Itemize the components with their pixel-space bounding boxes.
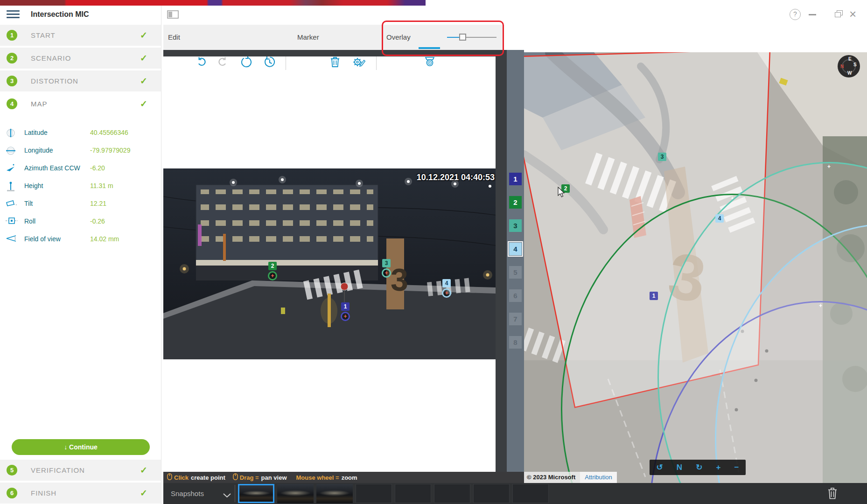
compass-rose[interactable]: E S W N [838,55,860,77]
map-marker-3[interactable]: 3 + [658,153,668,483]
parameter-value: -6.20 [90,161,105,175]
compass-south: S [853,62,857,67]
step-label: FINISH [31,483,56,504]
overlay-opacity-slider-handle[interactable] [459,34,466,41]
chevron-down-icon[interactable] [223,491,231,500]
sidebar-item-verification[interactable]: 5 VERIFICATION ✓ [0,460,161,481]
map-controls-bar: ↺ N ↻ + − [650,460,746,475]
snapshot-empty-slot [395,484,431,503]
height-icon [6,181,20,190]
parameter-row-height: Height 11.31 m [0,178,161,193]
edit-section-label: Edit [168,25,180,50]
close-button[interactable]: × [849,8,856,20]
roll-icon [6,217,20,226]
sidebar-item-map[interactable]: 4 MAP ✓ [0,93,161,114]
parameter-label: Latitude [24,125,48,140]
zoom-out-button[interactable]: − [734,460,739,475]
zoom-in-button[interactable]: + [716,460,721,475]
compass-north: N [840,64,844,69]
marker-label: 4 [442,279,451,287]
snapshot-thumbnail[interactable] [316,484,353,503]
check-icon: ✓ [140,48,147,69]
parameter-label: Field of view [24,231,61,246]
toolbar-divider [286,54,286,70]
reset-rotate-icon[interactable] [240,56,252,68]
restore-button[interactable] [835,10,844,19]
delete-marker-icon[interactable] [329,56,342,68]
sidebar-item-finish[interactable]: 6 FINISH ✓ [0,483,161,504]
sidebar-item-scenario[interactable]: 2 SCENARIO ✓ [0,48,161,69]
latitude-icon [6,128,20,137]
hint-key: Mouse wheel = [296,474,339,481]
step-number-badge: 2 [7,53,17,63]
marker-point-icon: + [268,271,277,280]
compass-east: E [848,56,852,62]
mouse-icon [233,473,238,482]
toolbar-divider [376,54,377,70]
continue-button[interactable]: ↓ Continue [12,439,150,455]
snapshot-thumbnail-selected[interactable] [238,484,274,503]
marker-point-icon: + [442,288,451,298]
sidebar-divider [161,6,161,504]
step-number-badge: 4 [7,98,17,109]
marker-settings-icon[interactable] [352,56,364,68]
strip-marker-1[interactable]: 1 [509,173,522,185]
hint-action: create point [191,474,225,481]
undo-icon[interactable] [196,56,208,68]
marker-label: 4 [715,214,724,223]
strip-marker-7[interactable]: 7 [509,313,522,325]
aerial-map-view[interactable]: 3 1 + 2 + 3 + 4 + [524,52,867,483]
snapshots-divider [235,485,235,502]
map-marker-4[interactable]: 4 + [715,214,726,483]
parameter-value: 11.31 m [90,178,113,193]
north-button[interactable]: N [677,460,682,475]
strip-marker-3[interactable]: 3 [509,219,522,232]
longitude-icon [6,146,20,155]
rotate-ccw-button[interactable]: ↺ [657,460,663,475]
mouse-cursor [558,187,566,200]
strip-marker-6[interactable]: 6 [509,289,522,302]
brand-stripe [0,0,426,6]
attribution-link[interactable]: Attribution [580,472,617,483]
step-number-badge: 1 [7,30,17,41]
camera-marker-3[interactable]: 3 + [382,259,392,278]
parameter-value: -0.26 [90,214,105,229]
hint-action: pan view [261,474,287,481]
menu-icon[interactable] [7,10,20,20]
redo-icon[interactable] [217,56,229,68]
parameter-label: Longitude [24,143,53,158]
overlay-tab-label[interactable]: Overlay [386,25,411,50]
sidebar-item-distortion[interactable]: 3 DISTORTION ✓ [0,70,161,91]
sidebar-item-start[interactable]: 1 START ✓ [0,25,161,46]
strip-marker-8[interactable]: 8 [509,336,522,349]
sidebar-toggle-icon[interactable] [167,10,179,21]
help-button[interactable]: ? [790,9,801,20]
marker-label: 3 [382,259,391,267]
step-label: DISTORTION [31,70,78,91]
parameter-row-roll: Roll -0.26 [0,214,161,229]
continue-label: Continue [69,443,98,451]
strip-marker-4-selected[interactable]: 4 [509,243,522,255]
delete-snapshot-icon[interactable] [827,487,838,502]
minimize-button[interactable] [809,14,816,15]
app-window: Intersection MIC ? × 1 START ✓ 2 SCENARI… [0,0,867,504]
camera-snapshot-image[interactable]: 3 1 + 2 + 3 + 4 + [163,168,496,359]
hint-status-bar: Click create point Drag = pan view Mouse… [163,472,524,483]
camera-marker-4[interactable]: 4 + [442,279,453,298]
check-icon: ✓ [140,483,147,504]
strip-marker-5[interactable]: 5 [509,266,522,279]
tilt-icon [6,199,20,208]
map-attribution-bar: © 2023 Microsoft Attribution [524,472,617,483]
step-number-badge: 3 [7,76,17,86]
map-marker-2[interactable]: 2 + [561,184,572,483]
camera-marker-1[interactable]: 1 + [341,302,351,321]
strip-marker-2[interactable]: 2 [509,196,522,209]
hint-key: Click [174,474,189,481]
reset-history-icon[interactable] [264,56,276,68]
dome-camera-icon[interactable] [423,56,435,68]
parameter-value: 12.21 [90,196,106,211]
camera-timestamp: 10.12.2021 04:40:53 [405,173,495,182]
rotate-cw-button[interactable]: ↻ [696,460,702,475]
snapshot-thumbnail[interactable] [277,484,314,503]
camera-marker-2[interactable]: 2 + [268,262,279,280]
